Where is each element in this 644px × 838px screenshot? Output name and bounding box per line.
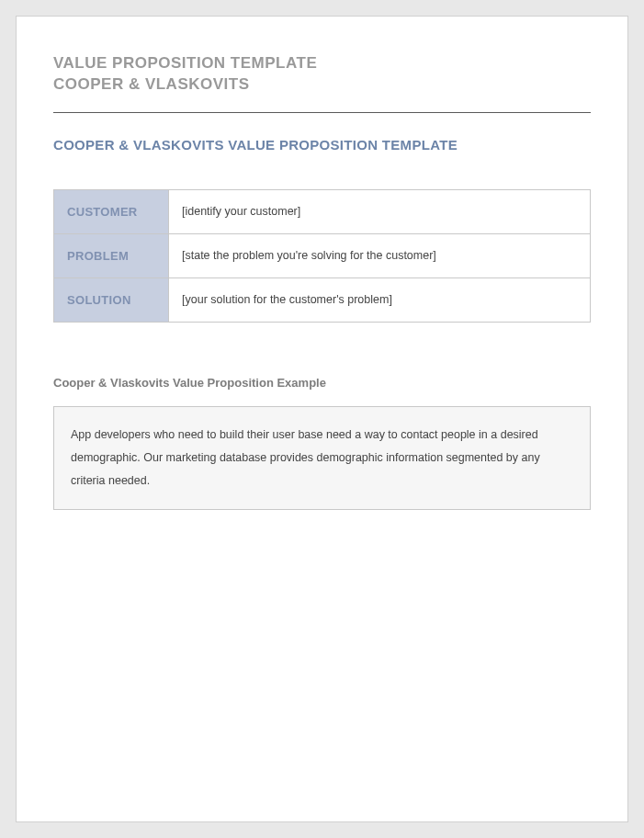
customer-value: [identify your customer] [169, 189, 591, 233]
title-line-1: VALUE PROPOSITION TEMPLATE [53, 53, 591, 74]
title-block: VALUE PROPOSITION TEMPLATE COOPER & VLAS… [53, 53, 591, 96]
solution-value: [your solution for the customer's proble… [169, 277, 591, 322]
customer-label: CUSTOMER [54, 189, 169, 233]
title-line-2: COOPER & VLASKOVITS [53, 74, 591, 96]
section-title: COOPER & VLASKOVITS VALUE PROPOSITION TE… [53, 137, 591, 153]
problem-label: PROBLEM [54, 233, 169, 277]
value-proposition-table: CUSTOMER [identify your customer] PROBLE… [53, 189, 591, 323]
divider [53, 112, 591, 113]
example-title: Cooper & Vlaskovits Value Proposition Ex… [53, 376, 591, 390]
document-page: VALUE PROPOSITION TEMPLATE COOPER & VLAS… [16, 16, 628, 822]
example-box: App developers who need to build their u… [53, 406, 591, 510]
table-row: PROBLEM [state the problem you're solvin… [54, 233, 591, 277]
table-row: CUSTOMER [identify your customer] [54, 189, 591, 233]
problem-value: [state the problem you're solving for th… [169, 233, 591, 277]
solution-label: SOLUTION [54, 277, 169, 322]
table-row: SOLUTION [your solution for the customer… [54, 277, 591, 322]
